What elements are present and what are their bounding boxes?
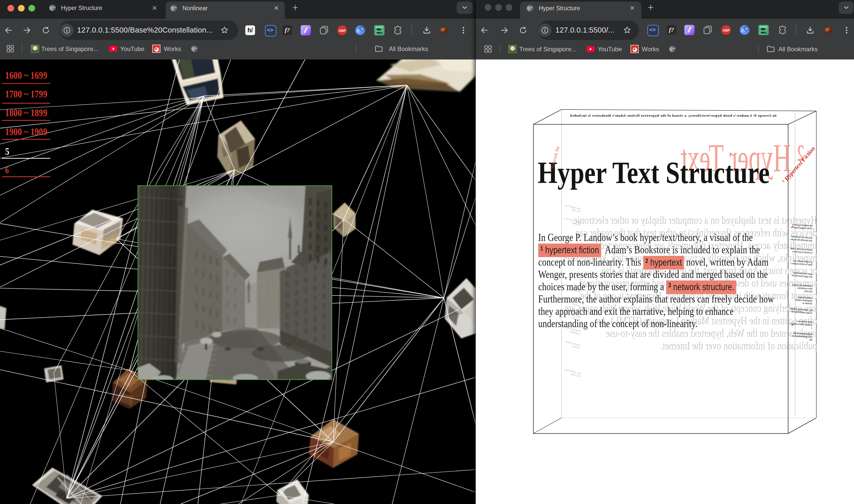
svg-text:PDF: PDF xyxy=(377,30,381,33)
svg-text:ABP: ABP xyxy=(723,29,730,32)
svg-text:Archive: Archive xyxy=(376,26,383,28)
svg-text:あ: あ xyxy=(356,28,361,33)
svg-text:PDF: PDF xyxy=(761,30,766,32)
svg-text:a: a xyxy=(361,26,363,31)
svg-text:ABP: ABP xyxy=(339,29,346,33)
svg-text:a: a xyxy=(745,26,748,31)
svg-text:Archive: Archive xyxy=(760,25,767,28)
svg-text:あ: あ xyxy=(741,28,745,33)
